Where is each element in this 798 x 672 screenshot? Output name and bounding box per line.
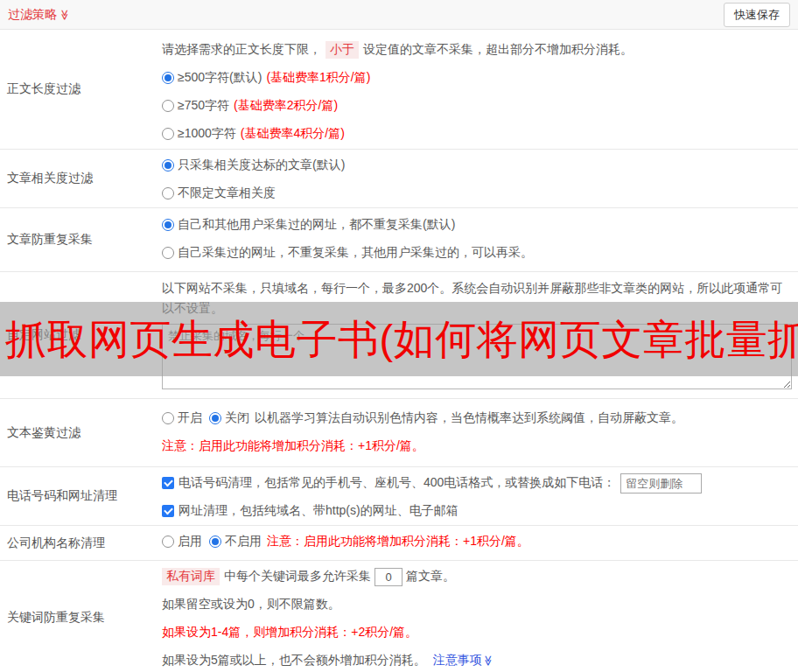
checkbox-icon[interactable] [162, 477, 174, 489]
row-company-clean: 公司机构名称清理 启用 不启用 注意：启用此功能将增加积分消耗：+1积分/篇。 [0, 526, 798, 561]
company-clean-note: 注意：启用此功能将增加积分消耗：+1积分/篇。 [267, 534, 529, 550]
radio-icon[interactable] [162, 72, 174, 84]
radio-icon[interactable] [162, 219, 174, 231]
row-site-filter: 自定网站过滤 以下网站不采集，只填域名，每行一个，最多200个。系统会自动识别并… [0, 272, 798, 399]
notes-link-label: 注意事项 [433, 653, 482, 668]
row-label-company-clean: 公司机构名称清理 [0, 526, 162, 560]
radio-porn-off[interactable]: 关闭 [209, 410, 249, 426]
intro-highlight-tag: 小于 [326, 41, 359, 59]
radio-length-1000[interactable]: ≥1000字符 (基础费率4积分/篇) [162, 126, 345, 142]
quick-save-button[interactable]: 快速保存 [724, 3, 790, 27]
site-filter-description: 以下网站不采集，只填域名，每行一个，最多200个。系统会自动识别并屏蔽那些非文章… [162, 278, 791, 318]
radio-icon[interactable] [162, 187, 174, 200]
radio-relevance-any[interactable]: 不限定文章相关度 [162, 186, 276, 201]
checkbox-url-clean[interactable]: 网址清理，包括纯域名、带http(s)的网址、电子邮箱 [162, 503, 458, 519]
keyword-dedup-line4: 如果设为5篇或以上，也不会额外增加积分消耗。 [162, 653, 426, 668]
keyword-dedup-line1-mid: 中每个关键词最多允许采集 [224, 569, 371, 584]
radio-relevance-strict[interactable]: 只采集相关度达标的文章(默认) [162, 158, 345, 173]
checkbox-phone-clean[interactable]: 电话号码清理，包括常见的手机号、座机号、400电话格式，或替换成如下电话： [162, 475, 615, 491]
checkbox-icon[interactable] [162, 505, 174, 517]
replacement-phone-input[interactable] [620, 473, 702, 494]
radio-icon[interactable] [209, 412, 221, 424]
radio-label: 开启 [178, 410, 202, 426]
radio-dedup-all-users[interactable]: 自己和其他用户采集过的网址，都不重复采集(默认) [162, 217, 455, 233]
radio-label: 关闭 [225, 410, 249, 426]
private-thesaurus-tag: 私有词库 [162, 568, 220, 585]
row-label-dedup-filter: 文章防重复采集 [0, 208, 162, 271]
row-relevance-filter: 文章相关度过滤 只采集相关度达标的文章(默认) 不限定文章相关度 [0, 150, 798, 208]
checkbox-label: 电话号码清理，包括常见的手机号、座机号、400电话格式，或替换成如下电话： [178, 475, 615, 491]
radio-company-off[interactable]: 不启用 [209, 534, 262, 550]
row-length-filter: 正文长度过滤 请选择需求的正文长度下限， 小于 设定值的文章不采集，超出部分不增… [0, 30, 798, 150]
keyword-dedup-line3: 如果设为1-4篇，则增加积分消耗：+2积分/篇。 [162, 625, 417, 640]
radio-label: 启用 [178, 534, 202, 550]
radio-label: 自己采集过的网址，不重复采集，其他用户采集过的，可以再采。 [178, 245, 533, 261]
radio-icon[interactable] [162, 536, 174, 548]
radio-icon[interactable] [162, 159, 174, 172]
page-title-label: 过滤策略 [8, 7, 57, 23]
radio-porn-on[interactable]: 开启 [162, 410, 202, 426]
radio-label: 只采集相关度达标的文章(默认) [178, 158, 345, 173]
porn-filter-note: 注意：启用此功能将增加积分消耗：+1积分/篇。 [162, 438, 424, 454]
row-label-phone-url-clean: 电话号码和网址清理 [0, 467, 162, 525]
radio-cost-note: (基础费率1积分/篇) [266, 70, 370, 86]
radio-company-on[interactable]: 启用 [162, 534, 202, 550]
radio-length-500[interactable]: ≥500字符(默认) (基础费率1积分/篇) [162, 70, 370, 86]
radio-label: 不限定文章相关度 [178, 186, 276, 201]
row-porn-filter: 文本鉴黄过滤 开启 关闭 以机器学习算法自动识别色情内容，当色情概率达到系统阈值… [0, 399, 798, 467]
row-label-porn-filter: 文本鉴黄过滤 [0, 399, 162, 466]
radio-cost-note: (基础费率2积分/篇) [234, 98, 338, 114]
row-label-length-filter: 正文长度过滤 [0, 30, 162, 149]
row-label-relevance-filter: 文章相关度过滤 [0, 150, 162, 207]
radio-label: ≥500字符(默认) [178, 70, 262, 86]
radio-icon[interactable] [209, 536, 221, 548]
intro-post: 设定值的文章不采集，超出部分不增加积分消耗。 [363, 42, 633, 58]
radio-cost-note: (基础费率4积分/篇) [241, 126, 345, 142]
radio-label: 不启用 [225, 534, 262, 550]
checkbox-label: 网址清理，包括纯域名、带http(s)的网址、电子邮箱 [178, 503, 458, 519]
radio-icon[interactable] [162, 247, 174, 259]
chevron-down-icon: ≫ [483, 655, 494, 667]
blocked-domains-textarea[interactable] [162, 324, 792, 389]
radio-label: 自己和其他用户采集过的网址，都不重复采集(默认) [178, 217, 455, 233]
keyword-dedup-line1-post: 篇文章。 [406, 569, 455, 584]
row-label-keyword-dedup: 关键词防重复采集 [0, 561, 162, 672]
length-filter-intro: 请选择需求的正文长度下限， 小于 设定值的文章不采集，超出部分不增加积分消耗。 [162, 36, 791, 64]
intro-pre: 请选择需求的正文长度下限， [162, 42, 321, 58]
header-bar: 过滤策略 ≫ 快速保存 [0, 0, 798, 30]
radio-label: ≥750字符 [178, 98, 229, 114]
row-label-site-filter: 自定网站过滤 [0, 272, 162, 398]
notes-link[interactable]: 注意事项 ≫ [433, 653, 494, 668]
radio-icon[interactable] [162, 100, 174, 112]
radio-label: ≥1000字符 [178, 126, 236, 142]
row-dedup-filter: 文章防重复采集 自己和其他用户采集过的网址，都不重复采集(默认) 自己采集过的网… [0, 208, 798, 272]
keyword-dedup-line2: 如果留空或设为0，则不限篇数。 [162, 597, 340, 612]
radio-icon[interactable] [162, 412, 174, 424]
row-keyword-dedup: 关键词防重复采集 私有词库 中每个关键词最多允许采集 篇文章。 如果留空或设为0… [0, 561, 798, 672]
radio-dedup-self-only[interactable]: 自己采集过的网址，不重复采集，其他用户采集过的，可以再采。 [162, 245, 533, 261]
row-phone-url-clean: 电话号码和网址清理 电话号码清理，包括常见的手机号、座机号、400电话格式，或替… [0, 467, 798, 526]
porn-filter-description: 以机器学习算法自动识别色情内容，当色情概率达到系统阈值，自动屏蔽文章。 [255, 410, 683, 426]
page-title[interactable]: 过滤策略 ≫ [8, 7, 71, 23]
chevron-down-icon: ≫ [60, 9, 70, 20]
radio-icon[interactable] [162, 128, 174, 140]
radio-length-750[interactable]: ≥750字符 (基础费率2积分/篇) [162, 98, 338, 114]
max-articles-input[interactable] [374, 568, 402, 586]
